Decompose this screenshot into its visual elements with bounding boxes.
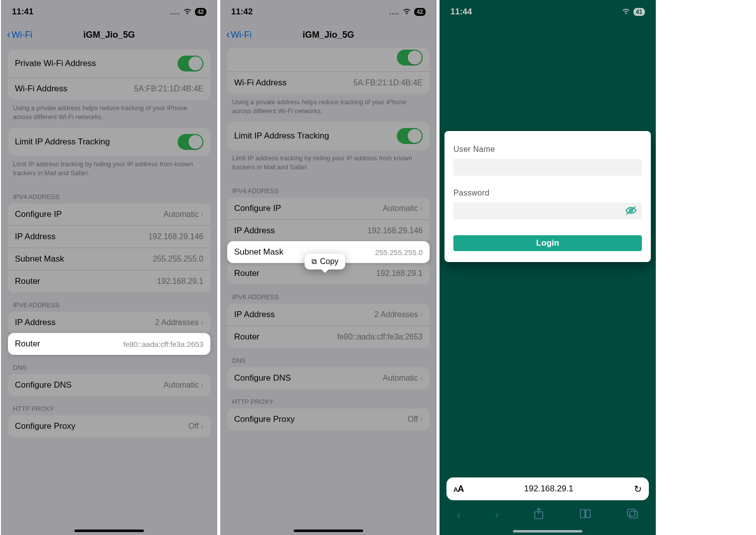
chevron-left-icon: ‹	[226, 29, 230, 40]
configure-dns-value: Automatic	[164, 381, 199, 389]
cellular-dots-icon: ....	[389, 8, 399, 16]
ipv6-ip-value: 2 Addresses	[155, 318, 199, 327]
ipv6-router-row-highlighted[interactable]: Router fe80::aada:cff:fe3a:2653	[8, 333, 210, 355]
configure-proxy-row[interactable]: Configure Proxy Off›	[227, 408, 430, 430]
battery-indicator: 42	[414, 8, 426, 16]
configure-dns-row[interactable]: Configure DNS Automatic›	[227, 367, 430, 389]
router-row[interactable]: Router 192.168.29.1	[8, 270, 210, 292]
ip-address-row[interactable]: IP Address 192.168.29.146	[227, 220, 430, 242]
limit-ip-footnote: Limit IP address tracking by hiding your…	[1, 156, 217, 184]
username-input[interactable]	[453, 159, 642, 176]
configure-ip-label: Configure IP	[15, 209, 62, 219]
wifi-address-row[interactable]: Wi-Fi Address 5A:FB:21:1D:4B:4E	[227, 72, 430, 94]
limit-ip-label: Limit IP Address Tracking	[234, 131, 329, 141]
limit-ip-label: Limit IP Address Tracking	[15, 137, 110, 147]
ip-address-label: IP Address	[15, 232, 56, 242]
configure-dns-value: Automatic	[383, 374, 418, 382]
chevron-right-icon: ›	[201, 381, 203, 389]
ipv6-ip-value: 2 Addresses	[375, 310, 418, 319]
wifi-address-label: Wi-Fi Address	[234, 78, 287, 88]
copy-icon: ⧉	[312, 257, 317, 266]
ipv6-router-value: fe80::aada:cff:fe3a:2653	[123, 340, 203, 348]
ipv6-ip-row[interactable]: IP Address 2 Addresses›	[8, 312, 210, 334]
text-size-button[interactable]: AA	[453, 484, 463, 494]
proxy-header: HTTP PROXY	[220, 389, 437, 408]
bookmarks-icon[interactable]	[579, 508, 592, 522]
nav-bar: ‹ Wi-Fi iGM_Jio_5G	[1, 24, 217, 46]
password-label: Password	[453, 189, 642, 198]
safari-toolbar: ‹ ›	[440, 503, 656, 527]
wifi-address-row[interactable]: Wi-Fi Address 5A:FB:21:1D:4B:4E	[8, 78, 210, 100]
back-icon[interactable]: ‹	[457, 509, 460, 522]
ipv6-router-row[interactable]: Router fe80::aada:cff:fe3a:2653	[227, 326, 430, 348]
home-indicator[interactable]	[74, 530, 144, 532]
ipv6-header: IPV6 ADDRESS	[1, 292, 217, 312]
configure-ip-row[interactable]: Configure IP Automatic›	[227, 198, 430, 220]
login-button[interactable]: Login	[453, 235, 642, 251]
subnet-mask-value: 255.255.255.0	[153, 255, 203, 264]
ipv6-router-label: Router	[234, 332, 259, 342]
phone-2: 11:42 .... 42 ‹ Wi-Fi iGM_Jio_5G Wi-Fi A…	[220, 0, 437, 535]
subnet-mask-value: 255.255.255.0	[375, 248, 423, 257]
private-wifi-footnote: Using a private address helps reduce tra…	[220, 94, 437, 122]
home-indicator[interactable]	[513, 530, 582, 533]
login-card: User Name Password Login	[444, 131, 651, 262]
router-label: Router	[234, 268, 259, 278]
password-input[interactable]	[453, 202, 642, 219]
subnet-mask-label: Subnet Mask	[234, 247, 283, 257]
forward-icon[interactable]: ›	[495, 509, 499, 522]
home-indicator[interactable]	[294, 530, 363, 532]
ip-address-row[interactable]: IP Address 192.168.29.146	[8, 226, 210, 248]
router-value: 192.168.29.1	[157, 277, 203, 286]
eye-off-icon[interactable]	[625, 205, 637, 218]
subnet-mask-row[interactable]: Subnet Mask 255.255.255.0	[8, 248, 210, 270]
ipv6-ip-row[interactable]: IP Address 2 Addresses›	[227, 304, 430, 326]
configure-ip-value: Automatic	[383, 204, 418, 212]
ipv6-header: IPV6 ADDRESS	[220, 284, 437, 304]
limit-ip-toggle[interactable]	[178, 134, 203, 150]
battery-indicator: 42	[195, 8, 206, 16]
private-wifi-toggle[interactable]	[178, 56, 203, 71]
configure-dns-label: Configure DNS	[234, 373, 291, 383]
status-time: 11:44	[450, 7, 472, 17]
wifi-address-value: 5A:FB:21:1D:4B:4E	[353, 78, 423, 87]
limit-ip-row[interactable]: Limit IP Address Tracking	[227, 122, 430, 150]
status-time: 11:42	[231, 7, 252, 17]
configure-dns-row[interactable]: Configure DNS Automatic›	[8, 374, 210, 396]
configure-ip-row[interactable]: Configure IP Automatic›	[8, 203, 210, 226]
ip-address-value: 192.168.29.146	[148, 232, 203, 241]
configure-dns-label: Configure DNS	[15, 380, 71, 390]
back-label: Wi-Fi	[11, 30, 32, 40]
configure-proxy-value: Off	[408, 415, 418, 423]
limit-ip-toggle[interactable]	[397, 128, 423, 144]
chevron-right-icon: ›	[420, 374, 423, 382]
ipv6-ip-label: IP Address	[15, 318, 56, 328]
safari-address-bar[interactable]: AA 192.168.29.1 ↻	[446, 477, 649, 500]
phone-1: 11:41 .... 42 ‹ Wi-Fi iGM_Jio_5G Private…	[1, 0, 217, 535]
dns-header: DNS	[1, 355, 217, 374]
configure-proxy-label: Configure Proxy	[234, 414, 295, 424]
share-icon[interactable]	[533, 507, 544, 523]
configure-proxy-row[interactable]: Configure Proxy Off›	[8, 415, 210, 437]
chevron-right-icon: ›	[420, 310, 423, 319]
chevron-right-icon: ›	[201, 318, 203, 327]
back-button[interactable]: ‹ Wi-Fi	[7, 29, 32, 40]
url-text[interactable]: 192.168.29.1	[524, 484, 573, 494]
chevron-right-icon: ›	[420, 415, 423, 423]
reload-icon[interactable]: ↻	[634, 483, 642, 495]
ipv6-ip-label: IP Address	[234, 310, 275, 320]
svg-rect-3	[628, 509, 635, 516]
wifi-icon	[622, 8, 630, 16]
copy-callout[interactable]: ⧉ Copy	[305, 254, 345, 269]
chevron-left-icon: ‹	[7, 29, 10, 40]
private-wifi-row[interactable]: Private Wi-Fi Address	[8, 50, 210, 78]
ip-address-value: 192.168.29.146	[368, 226, 423, 235]
limit-ip-row[interactable]: Limit IP Address Tracking	[8, 128, 210, 156]
status-bar: 11:41 .... 42	[1, 0, 217, 24]
back-button[interactable]: ‹ Wi-Fi	[226, 29, 252, 40]
page-title: iGM_Jio_5G	[1, 30, 217, 40]
subnet-mask-label: Subnet Mask	[15, 254, 64, 264]
private-wifi-toggle[interactable]	[397, 50, 423, 66]
tabs-icon[interactable]	[627, 508, 638, 522]
battery-indicator: 41	[633, 8, 645, 16]
